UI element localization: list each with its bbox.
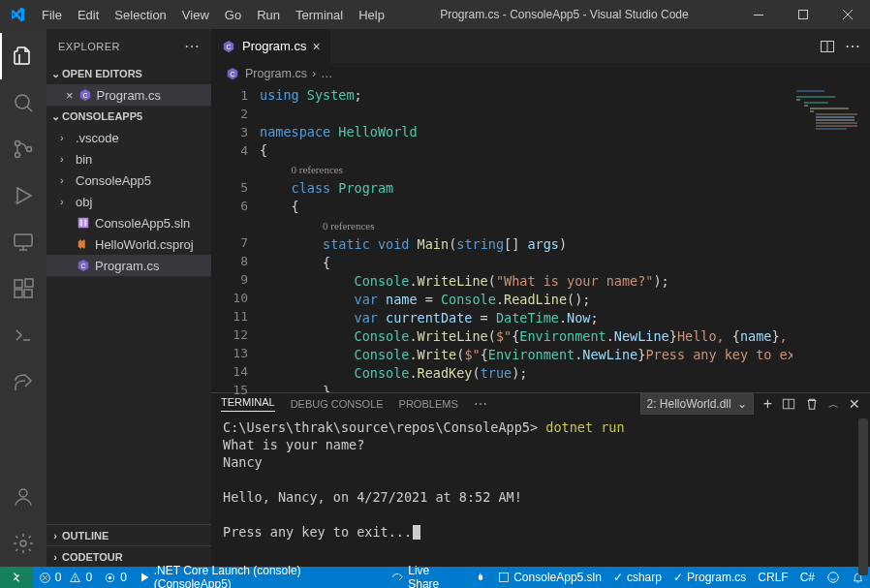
- search-icon[interactable]: [0, 79, 47, 126]
- terminal-line: What is your name?: [223, 437, 364, 452]
- menu-terminal[interactable]: Terminal: [288, 0, 351, 29]
- svg-text:C: C: [230, 71, 234, 77]
- menu-selection[interactable]: Selection: [107, 0, 173, 29]
- minimize-button[interactable]: [736, 0, 781, 29]
- menu-help[interactable]: Help: [351, 0, 392, 29]
- menu-file[interactable]: File: [34, 0, 70, 29]
- maximize-button[interactable]: [781, 0, 825, 29]
- remote-explorer-icon[interactable]: [0, 219, 47, 265]
- breadcrumbs[interactable]: C Program.cs › …: [211, 63, 870, 84]
- breadcrumb-separator: ›: [312, 67, 316, 80]
- svg-rect-7: [15, 234, 32, 246]
- sidebar: EXPLORER ⋯ ⌄OPEN EDITORS × C Program.cs …: [47, 29, 211, 567]
- run-debug-icon[interactable]: [0, 172, 47, 219]
- explorer-icon[interactable]: [0, 33, 47, 79]
- svg-point-26: [109, 576, 110, 578]
- svg-text:C: C: [80, 263, 85, 269]
- new-terminal-icon[interactable]: +: [763, 395, 772, 413]
- split-terminal-icon[interactable]: [782, 397, 795, 411]
- panel-tabs: TERMINAL DEBUG CONSOLE PROBLEMS ⋯ 2: Hel…: [211, 393, 870, 415]
- editor-tab[interactable]: C Program.cs ×: [211, 29, 331, 63]
- terminal-line: Hello, Nancy, on 4/27/2021 at 8:52 AM!: [223, 489, 522, 505]
- svg-point-6: [15, 201, 18, 204]
- terminal-scrollbar[interactable]: [858, 418, 868, 575]
- terminal-panel-icon[interactable]: [0, 312, 47, 358]
- svg-point-4: [16, 153, 20, 158]
- menu-edit[interactable]: Edit: [70, 0, 107, 29]
- outline-section[interactable]: ›OUTLINE: [47, 524, 211, 545]
- svg-rect-10: [24, 290, 32, 297]
- svg-rect-11: [25, 279, 33, 287]
- editor-body[interactable]: 1234 56 789101112131415 using System; na…: [211, 84, 870, 392]
- code-content[interactable]: using System; namespace HelloWorld { 0 r…: [260, 84, 792, 392]
- extensions-icon[interactable]: [0, 265, 47, 312]
- svg-point-3: [16, 141, 20, 146]
- open-editor-item[interactable]: × C Program.cs: [47, 84, 211, 106]
- editor-area: C Program.cs × ⋯ C Program.cs › … 1234 5…: [211, 29, 870, 567]
- sidebar-more-icon[interactable]: ⋯: [184, 37, 201, 55]
- terminal[interactable]: C:\Users\thrak\source\repos\ConsoleApp5>…: [211, 415, 870, 579]
- terminal-prompt: C:\Users\thrak\source\repos\ConsoleApp5>: [223, 419, 538, 435]
- svg-text:C: C: [82, 92, 87, 99]
- svg-rect-1: [799, 11, 808, 19]
- source-control-icon[interactable]: [0, 126, 47, 172]
- tree-item[interactable]: ConsoleApp5.sln: [47, 212, 211, 233]
- open-editor-label: Program.cs: [97, 88, 161, 103]
- close-button[interactable]: [825, 0, 870, 29]
- svg-rect-8: [15, 280, 22, 288]
- settings-gear-icon[interactable]: [0, 520, 47, 567]
- sidebar-title: EXPLORER ⋯: [47, 29, 211, 63]
- panel-tab-problems[interactable]: PROBLEMS: [399, 398, 458, 410]
- line-gutter: 1234 56 789101112131415: [211, 84, 260, 392]
- vscode-logo-icon: [0, 7, 34, 22]
- close-editor-icon[interactable]: ×: [66, 88, 74, 103]
- tree-item[interactable]: ›ConsoleApp5: [47, 170, 211, 191]
- terminal-cursor: [413, 525, 420, 540]
- panel-more-icon[interactable]: ⋯: [474, 396, 487, 412]
- tree-item[interactable]: HelloWorld.csproj: [47, 233, 211, 255]
- tab-close-icon[interactable]: ×: [312, 39, 320, 54]
- remote-indicator[interactable]: [0, 567, 33, 588]
- terminal-line: Nancy: [223, 454, 263, 470]
- panel-close-icon[interactable]: ✕: [849, 396, 860, 412]
- activity-bar: [0, 29, 47, 567]
- tree-item[interactable]: CProgram.cs: [47, 255, 211, 276]
- project-label: CONSOLEAPP5: [62, 110, 142, 122]
- terminal-select-label: 2: HelloWorld.dll: [647, 397, 731, 411]
- open-editors-section[interactable]: ⌄OPEN EDITORS: [47, 63, 211, 84]
- menu-run[interactable]: Run: [249, 0, 288, 29]
- csharp-file-icon: C: [78, 87, 93, 103]
- tree-item[interactable]: ›.vscode: [47, 127, 211, 148]
- accounts-icon[interactable]: [0, 474, 47, 520]
- svg-text:C: C: [226, 43, 231, 49]
- status-errors[interactable]: 00: [33, 567, 98, 588]
- open-editors-label: OPEN EDITORS: [62, 68, 142, 79]
- tree-item[interactable]: ›obj: [47, 191, 211, 212]
- panel-tab-debug[interactable]: DEBUG CONSOLE: [291, 398, 384, 410]
- editor-more-icon[interactable]: ⋯: [845, 37, 860, 55]
- breadcrumb-more: …: [321, 67, 333, 80]
- kill-terminal-icon[interactable]: [805, 397, 819, 411]
- status-ports[interactable]: 0: [98, 567, 133, 588]
- liveshare-icon[interactable]: [0, 358, 47, 405]
- panel: TERMINAL DEBUG CONSOLE PROBLEMS ⋯ 2: Hel…: [211, 392, 870, 567]
- terminal-command: dotnet run: [545, 419, 624, 435]
- menu-go[interactable]: Go: [217, 0, 249, 29]
- terminal-line: Press any key to exit...: [223, 524, 412, 540]
- svg-rect-9: [15, 290, 22, 297]
- split-editor-icon[interactable]: [820, 39, 835, 54]
- csharp-file-icon: C: [221, 39, 236, 54]
- project-section[interactable]: ⌄CONSOLEAPP5: [47, 106, 211, 127]
- window-title: Program.cs - ConsoleApp5 - Visual Studio…: [392, 8, 736, 21]
- svg-rect-0: [754, 15, 763, 15]
- title-bar: File Edit Selection View Go Run Terminal…: [0, 0, 870, 29]
- window-controls: [736, 0, 870, 29]
- tab-label: Program.cs: [242, 39, 306, 53]
- panel-maximize-icon[interactable]: ︿: [828, 397, 839, 412]
- tree-item[interactable]: ›bin: [47, 148, 211, 170]
- minimap[interactable]: [792, 84, 870, 392]
- csharp-file-icon: C: [225, 66, 240, 81]
- terminal-select[interactable]: 2: HelloWorld.dll: [640, 393, 754, 415]
- menu-view[interactable]: View: [174, 0, 217, 29]
- tab-bar: C Program.cs × ⋯: [211, 29, 870, 63]
